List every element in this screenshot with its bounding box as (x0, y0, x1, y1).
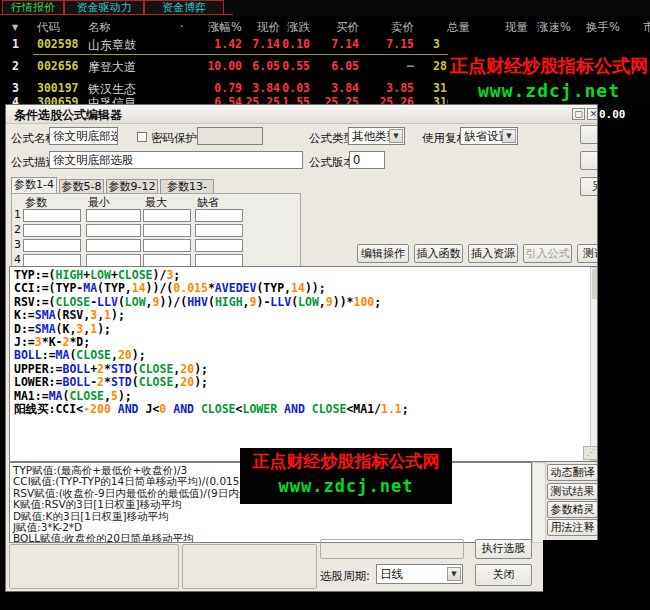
code-scrollbar-thumb[interactable] (592, 269, 597, 299)
stock-row-1-chg[interactable]: 0.55 (282, 59, 310, 73)
param-input-3-3[interactable] (195, 239, 243, 252)
formula-type-dropdown[interactable]: 其他类型 ▼ (348, 127, 405, 145)
side-button-0[interactable]: 动态翻译 (547, 464, 598, 481)
code-line-11: 阳线买:CCI<-200 AND J<0 AND CLOSE<LOWER AND… (10, 403, 597, 416)
column-header-10[interactable]: 现量 (505, 20, 528, 35)
param-tab-1[interactable]: 参数5-8 (59, 179, 104, 194)
password-protect-checkbox[interactable] (137, 132, 147, 142)
stock-row-1-code[interactable]: 002656 (37, 59, 79, 73)
password-input[interactable] (197, 127, 263, 145)
stock-row-0-bid[interactable]: 7.14 (331, 37, 359, 51)
stock-row-0-price[interactable]: 7.14 (252, 37, 280, 51)
stock-row-0-vol[interactable]: 3 (433, 37, 440, 51)
toolbar-button-1[interactable]: 插入函数 (414, 244, 463, 263)
column-header-3[interactable]: · (180, 20, 184, 34)
param-col-header-3: 缺省 (197, 195, 219, 210)
stock-row-0-name[interactable]: 山东章鼓 (88, 37, 136, 54)
param-tab-2[interactable]: 参数9-12 (106, 179, 158, 194)
market-tab-2[interactable]: 资金博弈 (144, 0, 224, 15)
stock-row-2-ask[interactable]: 3.85 (386, 81, 414, 95)
stock-row-2-vol[interactable]: 31 (433, 81, 447, 95)
stock-row-2-price[interactable]: 3.84 (252, 81, 280, 95)
resize-grip-icon[interactable]: ⋰ (583, 446, 598, 460)
code-line-1: TYP:=(HIGH+LOW+CLOSE)/3; (10, 269, 597, 282)
stock-row-1-price[interactable]: 6.05 (252, 59, 280, 73)
param-input-2-0[interactable] (23, 224, 81, 237)
param-tab-0[interactable]: 参数1-4 (11, 177, 57, 194)
close-dialog-button[interactable]: 关闭 (475, 564, 532, 586)
market-tab-0[interactable]: 行情报价 (2, 0, 64, 15)
param-input-3-1[interactable] (86, 239, 141, 252)
stock-row-0-chg[interactable]: 0.10 (282, 37, 310, 51)
dialog-title: 条件选股公式编辑器 (14, 107, 122, 124)
formula-version-input[interactable]: 0 (349, 151, 385, 169)
stock-row-2-bid[interactable]: 3.84 (331, 81, 359, 95)
selection-period-dropdown[interactable]: 日线 ▼ (376, 564, 463, 584)
column-header-6[interactable]: 涨跌 (287, 20, 310, 35)
save-as-button[interactable]: 另存为 (580, 177, 598, 196)
param-input-1-2[interactable] (143, 209, 191, 222)
stock-row-2-chg[interactable]: 0.03 (282, 81, 310, 95)
column-header-12[interactable]: 换手% (586, 20, 620, 35)
column-header-1[interactable]: 代码 (37, 20, 60, 35)
formula-name-input[interactable]: 徐文明底部选 (49, 127, 118, 145)
toolbar-button-2[interactable]: 插入资源 (468, 244, 518, 263)
dialog-titlebar[interactable]: 条件选股公式编辑器 ▢ ✕ (6, 105, 597, 124)
param-input-2-1[interactable] (86, 224, 141, 237)
toolbar-button-4[interactable]: 测试公式 (577, 244, 598, 263)
param-input-3-2[interactable] (143, 239, 191, 252)
execute-selection-button[interactable]: 执行选股 (475, 539, 532, 559)
stock-row-1-ask[interactable]: – (407, 59, 414, 73)
formula-code-editor[interactable]: TYP:=(HIGH+LOW+CLOSE)/3;CCI:=(TYP-MA(TYP… (9, 266, 598, 462)
stock-row-1-num[interactable]: 2 (12, 59, 19, 73)
stock-row-0-pct[interactable]: 1.42 (214, 37, 242, 51)
side-button-3[interactable]: 用法注释 (547, 519, 598, 536)
code-scrollbar[interactable] (590, 267, 598, 461)
stock-row-0-num[interactable]: 1 (12, 37, 19, 51)
cancel-button[interactable]: 取消 (580, 151, 598, 170)
translation-scrollbar[interactable] (532, 462, 546, 543)
param-input-2-2[interactable] (143, 224, 191, 237)
column-header-11[interactable]: 涨速% (537, 20, 571, 35)
chevron-down-icon[interactable]: ▼ (447, 567, 461, 581)
param-row-number-2: 2 (14, 223, 21, 236)
stock-row-2-code[interactable]: 300197 (37, 81, 79, 95)
adjust-rights-dropdown[interactable]: 缺省设置 ▼ (460, 127, 518, 145)
stock-row-1-pct[interactable]: 10.00 (207, 59, 242, 73)
param-input-1-0[interactable] (23, 209, 81, 222)
chevron-down-icon[interactable]: ▼ (502, 129, 516, 143)
stock-row-2-num[interactable]: 3 (12, 81, 19, 95)
column-header-9[interactable]: 总量 (447, 20, 470, 35)
formula-desc-input[interactable]: 徐文明底部选股 (49, 151, 303, 169)
stock-row-1-name[interactable]: 摩登大道 (88, 59, 136, 76)
chevron-down-icon[interactable]: ▼ (389, 129, 403, 143)
param-input-3-0[interactable] (23, 239, 81, 252)
column-header-4[interactable]: 涨幅% (208, 20, 242, 35)
column-header-13[interactable]: 市 (643, 20, 650, 35)
param-tab-3[interactable]: 参数13-16 (160, 179, 214, 194)
market-tab-1[interactable]: 资金驱动力 (64, 0, 144, 15)
side-button-2[interactable]: 参数精灵 (547, 501, 598, 518)
toolbar-button-0[interactable]: 编辑操作 (357, 244, 409, 263)
column-header-2[interactable]: 名称 (88, 20, 111, 35)
param-input-1-3[interactable] (195, 209, 243, 222)
ok-button[interactable]: 确定 (580, 125, 598, 144)
toolbar-button-3[interactable]: 引入公式 (523, 244, 572, 263)
side-button-1[interactable]: 测试结果 (547, 483, 598, 500)
column-header-8[interactable]: 卖价 (391, 20, 414, 35)
code-line-4: K:=SMA(RSV,3,1); (10, 309, 597, 322)
column-header-0[interactable]: ▼ (12, 23, 18, 32)
column-header-7[interactable]: 买价 (336, 20, 359, 35)
column-header-5[interactable]: 现价 (257, 20, 280, 35)
stock-row-0-ask[interactable]: 7.15 (386, 37, 414, 51)
selection-period-value: 日线 (380, 567, 403, 581)
stock-row-2-pct[interactable]: 0.79 (214, 81, 242, 95)
close-icon[interactable]: ✕ (587, 108, 598, 120)
param-input-1-1[interactable] (86, 209, 141, 222)
stock-row-1-bid[interactable]: 6.05 (331, 59, 359, 73)
param-input-2-3[interactable] (195, 224, 243, 237)
stock-row-0-code[interactable]: 002598 (37, 37, 79, 51)
maximize-icon[interactable]: ▢ (572, 108, 585, 120)
stock-row-1-vol[interactable]: 28 (433, 59, 447, 73)
watermark-title: 正点财经炒股指标公式网 (448, 52, 650, 79)
